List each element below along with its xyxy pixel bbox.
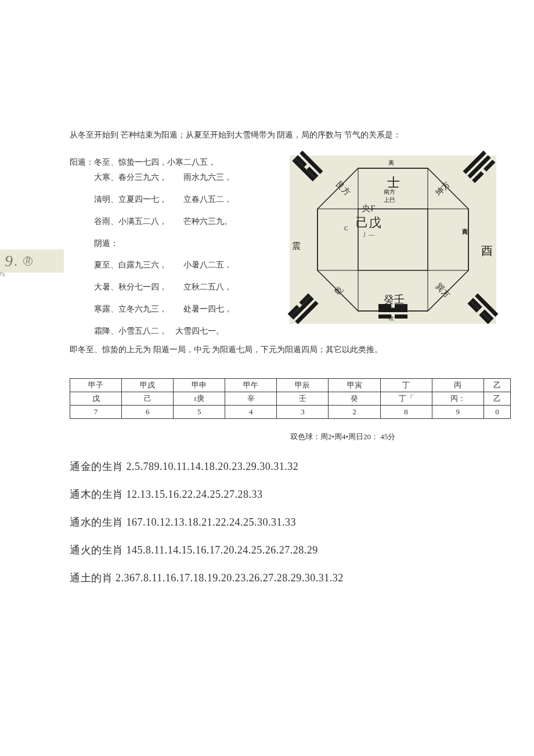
table-row: 7 6 5 4 3 2 8 9 0	[70, 406, 511, 419]
cell: 丙：	[432, 392, 484, 406]
bagua-bottom-inner: 癸壬	[384, 292, 405, 306]
yang-line-3: 清明、立夏四一七， 立春八五二，	[70, 193, 232, 207]
verse-and-diagram: 阳遁：冬至、惊蛰一七四，小寒二八五， 大寒、春分三九六， 雨水九六三， 清明、立…	[70, 155, 517, 341]
zodiac-earth: 通土的肖 2.367.8.11.16.17.18.19.20.23.26.27.…	[70, 571, 517, 585]
zodiac-water: 通水的生肖 167.10.12.13.18.21.22.24.25.30.31.…	[70, 515, 517, 529]
cell: 甲子	[70, 379, 122, 392]
table-row: 戊 己 r庚 辛 壬 癸 丁「 丙： 乙	[70, 392, 511, 406]
intro-paragraph: 从冬至开始到 芒种结束为阳遁；从夏至开始到大雪绳带为 阴遁，局的序数与 节气的关…	[70, 129, 517, 142]
zodiac-label: 通火的生肖	[70, 544, 124, 556]
cell: 6	[122, 406, 174, 419]
zodiac-nums: 2.5.789.10.11.14.18.20.23.29.30.31.32	[127, 461, 299, 472]
zodiac-label: 通水的生肖	[70, 516, 124, 528]
zodiac-nums: 145.8.11.14.15.16.17.20.24.25.26.27.28.2…	[127, 544, 318, 556]
cell: 8	[380, 406, 432, 419]
cell: 癸	[329, 392, 380, 406]
zodiac-nums: 167.10.12.13.18.21.22.24.25.30.31.33	[127, 516, 297, 528]
cell: 9	[432, 406, 484, 419]
zodiac-label: 通木的生肖	[70, 489, 124, 500]
bagua-center: 央F 己戊 丿—	[342, 203, 395, 255]
zodiac-metal: 通金的生肖 2.5.789.10.11.14.18.20.23.29.30.31…	[70, 460, 517, 473]
pg-label: Pg	[0, 272, 5, 277]
table-row: 甲子 甲戌 甲申 甲午 甲辰 甲寅 丁 丙 乙	[70, 379, 511, 392]
page-number-badge: 9 . R	[0, 249, 64, 273]
cell: 辛	[225, 392, 277, 406]
cell: 乙	[484, 379, 510, 392]
stems-table: 甲子 甲戌 甲申 甲午 甲辰 甲寅 丁 丙 乙 戊 己 r庚 辛 壬 癸 丁「 …	[70, 378, 511, 419]
bagua-diagram: 离 士 南方 上巳 酉 克西方 癸壬 水北方 坎 震 C 央F 己戊 丿— 艮方…	[290, 155, 496, 324]
yang-label: 阳遁：	[70, 158, 94, 167]
bagua-bottom-outer: 坎	[388, 314, 394, 323]
cell: 0	[484, 406, 510, 419]
bagua-top-outer: 离	[388, 159, 394, 167]
cell: 乙	[484, 392, 510, 406]
cell: 壬	[277, 392, 329, 406]
summary-paragraph: 即冬至、惊蛰的上元为 阳遁一局，中元 为阳遁七局，下元为阳遁四局；其它以此类推。	[70, 345, 517, 355]
bagua-top-small: 南方	[384, 188, 395, 196]
zodiac-wood: 通木的生肖 12.13.15.16.22.24.25.27.28.33	[70, 487, 517, 501]
bagua-center-bottom: 丿—	[342, 231, 395, 238]
zodiac-fire: 通火的生肖 145.8.11.14.15.16.17.20.24.25.26.2…	[70, 543, 517, 557]
cell: 甲寅	[329, 379, 380, 392]
yin-line-4: 霜降、小雪五八二， 大雪四七一。	[70, 324, 224, 338]
cell: 5	[174, 406, 225, 419]
cell: 甲申	[174, 379, 225, 392]
verse-block: 阳遁：冬至、惊蛰一七四，小寒二八五， 大寒、春分三九六， 雨水九六三， 清明、立…	[70, 155, 290, 338]
lottery-note: 双色球：周2•周4•周日20： 45分	[290, 432, 517, 442]
cell: 丁	[380, 379, 432, 392]
cell: 3	[277, 406, 329, 419]
yin-line-3: 寒露、立冬六九三， 处暑一四七，	[70, 302, 232, 316]
cell: r庚	[174, 392, 225, 406]
svg-rect-4	[428, 209, 468, 270]
page-number: 9	[5, 252, 13, 270]
cell: 戊	[70, 392, 122, 406]
zodiac-label: 通金的生肖	[70, 461, 124, 472]
cell: 丙	[432, 379, 484, 392]
yin-line-2: 大暑、秋分七一四， 立秋二五八，	[70, 280, 232, 294]
document-content: 从冬至开始到 芒种结束为阳遁；从夏至开始到大雪绳带为 阴遁，局的序数与 节气的关…	[70, 129, 517, 599]
page-number-dot: .	[14, 254, 17, 269]
bagua-center-main: 己戊	[342, 215, 395, 231]
yang-line-2: 大寒、春分三九六， 雨水九六三，	[70, 171, 290, 185]
cell: 4	[225, 406, 277, 419]
yin-label: 阴遁：	[70, 237, 118, 251]
cell: 2	[329, 406, 380, 419]
cell: 己	[122, 392, 174, 406]
cell: 7	[70, 406, 122, 419]
cell: 甲戌	[122, 379, 174, 392]
yang-line-1: 阳遁：冬至、惊蛰一七四，小寒二八五，	[70, 155, 290, 169]
zodiac-label: 通土的肖	[70, 572, 113, 584]
zodiac-nums: 12.13.15.16.22.24.25.27.28.33	[127, 489, 263, 500]
bagua-center-top: 央F	[342, 203, 395, 215]
cell: 甲辰	[277, 379, 329, 392]
registered-icon: R	[23, 256, 33, 266]
bagua-bottom-small: 水北方	[383, 305, 400, 313]
cell: 甲午	[225, 379, 277, 392]
yang-text-0: 冬至、惊蛰一七四，小寒二八五，	[94, 158, 216, 167]
yang-line-4: 谷雨、小满五二八， 芒种六三九。	[70, 215, 232, 229]
cell: 丁「	[380, 392, 432, 406]
yin-line-1: 夏至、白露九三六， 小暑八二五，	[70, 258, 232, 272]
zodiac-nums: 2.367.8.11.16.17.18.19.20.23.26.27.28.29…	[116, 572, 344, 584]
